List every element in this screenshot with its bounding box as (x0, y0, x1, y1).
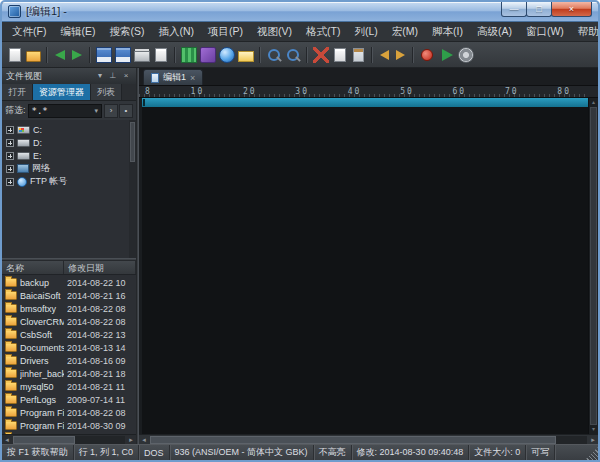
editor-vertical-scrollbar[interactable]: ▴ ▾ (588, 98, 598, 434)
tab-close-icon[interactable]: × (190, 73, 195, 83)
panel-tab[interactable]: 打开 (2, 84, 33, 100)
panel-tab[interactable]: 列表 (91, 84, 122, 100)
menu-item[interactable]: 搜索(S) (102, 23, 151, 41)
file-row[interactable]: Program File... 2014-08-30 09 (2, 419, 136, 432)
play-macro-icon[interactable] (442, 49, 453, 61)
menu-item[interactable]: 高级(A) (470, 23, 519, 41)
menu-item[interactable]: 插入(N) (151, 23, 201, 41)
expand-icon[interactable] (6, 126, 14, 134)
file-row[interactable]: CloverCRM 2014-08-22 08 (2, 315, 136, 328)
file-row[interactable]: backup 2014-08-22 10 (2, 276, 136, 289)
expand-icon[interactable] (6, 165, 14, 173)
panel-tab[interactable]: 资源管理器 (33, 84, 91, 100)
cut-icon[interactable] (313, 47, 329, 63)
scroll-track[interactable] (13, 436, 125, 444)
panel-menu-icon[interactable]: ▾ (94, 70, 106, 82)
expand-icon[interactable] (6, 139, 14, 147)
expand-icon[interactable] (6, 178, 14, 186)
titlebar[interactable]: [编辑1] - —□× (2, 2, 598, 22)
tree-item-label: FTP 帐号 (30, 175, 67, 188)
column-mode-icon[interactable] (181, 47, 197, 63)
menu-item[interactable]: 帮助(H) (571, 23, 600, 41)
file-row[interactable]: bmsoftxy 2014-08-22 08 (2, 302, 136, 315)
back-icon[interactable] (55, 50, 65, 60)
settings-icon[interactable] (458, 47, 474, 63)
editor-canvas[interactable]: ▴ ▾ (139, 98, 598, 434)
syntax-highlight-icon[interactable] (200, 47, 216, 63)
panel-pin-icon[interactable]: ⊥ (107, 70, 119, 82)
filter-menu-button[interactable]: • (119, 104, 133, 118)
scroll-down-icon[interactable]: ▾ (592, 425, 595, 434)
minimize-button[interactable]: — (501, 2, 527, 17)
tree-item[interactable]: FTP 帐号 (2, 175, 136, 188)
filter-combobox[interactable]: *.* ▾ (28, 104, 102, 118)
file-row[interactable]: Program Files 2014-08-22 08 (2, 406, 136, 419)
scroll-thumb[interactable] (150, 436, 556, 444)
editor-tab[interactable]: 编辑1 × (143, 69, 203, 85)
tree-scrollbar[interactable] (129, 120, 136, 258)
save-all-icon[interactable] (115, 47, 131, 63)
column-header-date[interactable]: 修改日期 (64, 261, 136, 274)
menu-item[interactable]: 脚本(I) (425, 23, 470, 41)
panel-close-icon[interactable]: × (120, 70, 132, 82)
expand-icon[interactable] (6, 152, 14, 160)
scroll-thumb[interactable] (590, 107, 597, 425)
replace-icon[interactable] (287, 49, 299, 61)
menu-item[interactable]: 编辑(E) (53, 23, 102, 41)
redo-icon[interactable] (396, 50, 405, 60)
scroll-left-icon[interactable]: ◂ (139, 435, 149, 444)
resize-grip[interactable] (585, 447, 598, 460)
scroll-track[interactable] (590, 107, 597, 425)
new-file-icon[interactable] (9, 48, 21, 62)
column-header-name[interactable]: 名称 (2, 261, 64, 274)
record-macro-icon[interactable] (421, 49, 433, 61)
tree-item[interactable]: C: (2, 123, 136, 136)
filter-go-button[interactable]: › (104, 104, 118, 118)
save-icon[interactable] (96, 47, 112, 63)
menu-item[interactable]: 窗口(W) (519, 23, 571, 41)
undo-icon[interactable] (380, 50, 389, 60)
menu-item[interactable]: 格式(T) (299, 23, 347, 41)
open-file-icon[interactable] (26, 51, 41, 62)
toolbar-separator (174, 47, 176, 63)
tree-item[interactable]: D: (2, 136, 136, 149)
mail-icon[interactable] (238, 51, 254, 62)
menu-item[interactable]: 列(L) (347, 23, 384, 41)
copy-icon[interactable] (334, 48, 346, 62)
scroll-track[interactable] (150, 436, 587, 444)
app-window: [编辑1] - —□× 文件(F)编辑(E)搜索(S)插入(N)项目(P)视图(… (0, 0, 600, 462)
file-row[interactable]: mysql50 2014-08-21 11 (2, 380, 136, 393)
scroll-thumb[interactable] (130, 122, 135, 162)
file-row[interactable]: PerfLogs 2009-07-14 11 (2, 393, 136, 406)
tree-item[interactable]: E: (2, 149, 136, 162)
menu-item[interactable]: 项目(P) (201, 23, 250, 41)
editor-horizontal-scrollbar[interactable]: ◂ ▸ (139, 434, 598, 444)
tree-item-label: E: (33, 151, 42, 161)
maximize-button[interactable]: □ (526, 2, 552, 17)
tree-item[interactable]: 网络 (2, 162, 136, 175)
menu-item[interactable]: 文件(F) (5, 23, 53, 41)
paste-icon[interactable] (353, 48, 364, 62)
scroll-left-icon[interactable]: ◂ (2, 435, 12, 444)
menu-item[interactable]: 宏(M) (385, 23, 425, 41)
sidebar-horizontal-scrollbar[interactable]: ◂ ▸ (2, 434, 136, 444)
scroll-thumb[interactable] (13, 436, 75, 444)
file-row[interactable]: jinher_backup 2014-08-21 18 (2, 367, 136, 380)
file-row[interactable]: BaicaiSoft 2014-08-21 16 (2, 289, 136, 302)
scroll-right-icon[interactable]: ▸ (588, 435, 598, 444)
close-button[interactable]: × (551, 2, 592, 17)
folder-icon (5, 304, 17, 313)
print-icon[interactable] (134, 51, 150, 62)
combo-arrow-icon[interactable]: ▾ (94, 107, 98, 115)
scroll-right-icon[interactable]: ▸ (126, 435, 136, 444)
file-row[interactable]: CsbSoft 2014-08-22 13 (2, 328, 136, 341)
menu-item[interactable]: 视图(V) (250, 23, 299, 41)
scroll-up-icon[interactable]: ▴ (592, 98, 595, 107)
file-row[interactable]: Drivers 2014-08-16 09 (2, 354, 136, 367)
forward-icon[interactable] (72, 50, 82, 60)
print-preview-icon[interactable] (155, 48, 167, 62)
app-icon[interactable] (8, 5, 21, 18)
find-icon[interactable] (268, 49, 280, 61)
browser-view-icon[interactable] (219, 47, 235, 63)
file-row[interactable]: Documents 2014-08-13 14 (2, 341, 136, 354)
